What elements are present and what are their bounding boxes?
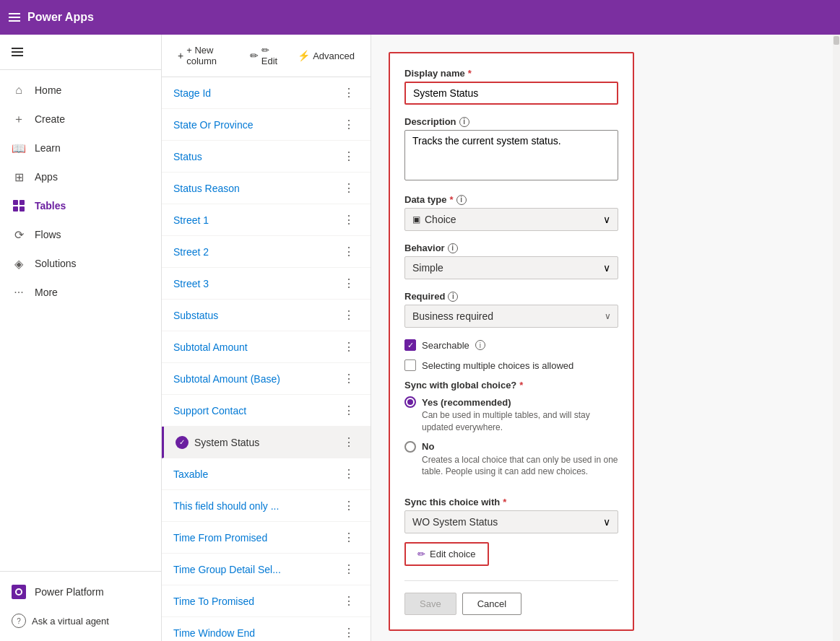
- behavior-label: Behavior i: [404, 243, 618, 253]
- list-item[interactable]: Support Contact ⋮: [162, 395, 371, 427]
- create-icon: ＋: [12, 112, 26, 126]
- table-panel: + + New column ✏ ✏ Edit ⚡ Advanced Stage…: [162, 35, 371, 641]
- radio-no[interactable]: [404, 441, 416, 453]
- searchable-checkbox[interactable]: [404, 339, 416, 351]
- list-item[interactable]: Time To Promised ⋮: [162, 585, 371, 617]
- apps-grid-icon[interactable]: [9, 13, 20, 22]
- item-more-icon[interactable]: ⋮: [339, 84, 359, 101]
- hamburger-button[interactable]: [0, 40, 161, 64]
- svg-rect-2: [13, 206, 18, 212]
- list-item[interactable]: State Or Province ⋮: [162, 109, 371, 141]
- edit-button[interactable]: ✏ ✏ Edit: [246, 42, 285, 69]
- sidebar-item-solutions[interactable]: ◈ Solutions: [0, 249, 161, 278]
- list-item[interactable]: This field should only ... ⋮: [162, 490, 371, 522]
- list-item[interactable]: Status ⋮: [162, 141, 371, 173]
- item-more-icon[interactable]: ⋮: [339, 243, 359, 260]
- svg-rect-1: [20, 200, 25, 205]
- required-label: Required i: [404, 291, 618, 302]
- item-more-icon[interactable]: ⋮: [339, 370, 359, 387]
- sidebar-item-label-create: Create: [35, 113, 65, 125]
- item-more-icon[interactable]: ⋮: [339, 180, 359, 196]
- learn-icon: 📖: [12, 141, 26, 155]
- data-type-label: Data type * i: [404, 194, 618, 205]
- item-more-icon[interactable]: ⋮: [339, 593, 359, 609]
- sync-global-title: Sync with global choice? *: [404, 380, 618, 391]
- item-more-icon[interactable]: ⋮: [339, 307, 359, 323]
- sidebar-item-learn[interactable]: 📖 Learn: [0, 134, 161, 162]
- item-name: Stage Id: [173, 87, 211, 99]
- item-more-icon[interactable]: ⋮: [339, 529, 359, 546]
- display-name-label: Display name *: [404, 68, 618, 79]
- list-item[interactable]: Time From Promised ⋮: [162, 522, 371, 554]
- description-textarea[interactable]: Tracks the current system status.: [404, 130, 618, 180]
- item-more-icon[interactable]: ⋮: [339, 116, 359, 133]
- list-item[interactable]: Time Window End ⋮: [162, 617, 371, 641]
- sidebar-item-tables[interactable]: Tables: [0, 191, 161, 220]
- chevron-down-icon: ∨: [603, 262, 610, 274]
- item-name: Time Group Detail Sel...: [173, 564, 281, 575]
- item-more-icon[interactable]: ⋮: [339, 402, 359, 419]
- required-select[interactable]: Business required Optional System requir…: [404, 305, 618, 328]
- item-name: Street 2: [173, 246, 209, 258]
- item-name: Street 3: [173, 278, 209, 289]
- list-item[interactable]: Substatus ⋮: [162, 300, 371, 331]
- item-more-icon[interactable]: ⋮: [339, 148, 359, 165]
- ask-virtual-agent-button[interactable]: ? Ask a virtual agent: [0, 606, 161, 635]
- sidebar-item-label-flows: Flows: [35, 229, 61, 240]
- edit-choice-button[interactable]: ✏ Edit choice: [404, 542, 489, 566]
- radio-option-no: No Creates a local choice that can only …: [404, 441, 618, 479]
- multiple-choices-checkbox[interactable]: [404, 359, 416, 371]
- list-item[interactable]: Status Reason ⋮: [162, 173, 371, 204]
- table-list: Stage Id ⋮ State Or Province ⋮ Status ⋮ …: [162, 77, 371, 641]
- scrollbar-thumb-top[interactable]: [833, 36, 839, 45]
- description-info-icon[interactable]: i: [459, 117, 469, 127]
- sidebar-item-label-pp: Power Platform: [35, 586, 104, 598]
- data-type-value: Choice: [425, 214, 456, 225]
- item-name-selected: System Status: [194, 437, 259, 448]
- edit-icon: ✏: [250, 50, 259, 61]
- item-more-icon[interactable]: ⋮: [339, 339, 359, 355]
- item-more-icon[interactable]: ⋮: [339, 275, 359, 292]
- item-more-icon[interactable]: ⋮: [339, 624, 359, 641]
- list-item[interactable]: Street 3 ⋮: [162, 268, 371, 300]
- list-item[interactable]: Subtotal Amount (Base) ⋮: [162, 363, 371, 395]
- sidebar-item-flows[interactable]: ⟳ Flows: [0, 220, 161, 249]
- item-more-icon[interactable]: ⋮: [339, 212, 359, 228]
- multiple-choices-row: Selecting multiple choices is allowed: [404, 359, 618, 371]
- sidebar-item-more[interactable]: ··· More: [0, 278, 161, 307]
- searchable-info-icon[interactable]: i: [475, 340, 485, 350]
- description-group: Description i Tracks the current system …: [404, 116, 618, 183]
- scrollbar[interactable]: [833, 35, 840, 641]
- item-more-icon[interactable]: ⋮: [339, 434, 359, 450]
- list-item[interactable]: Time Group Detail Sel... ⋮: [162, 554, 371, 585]
- sidebar-item-apps[interactable]: ⊞ Apps: [0, 162, 161, 191]
- list-item[interactable]: Stage Id ⋮: [162, 77, 371, 109]
- sidebar-item-home[interactable]: ⌂ Home: [0, 76, 161, 105]
- content-area: + + New column ✏ ✏ Edit ⚡ Advanced Stage…: [162, 35, 840, 641]
- sidebar-item-create[interactable]: ＋ Create: [0, 105, 161, 134]
- data-type-info-icon[interactable]: i: [456, 195, 467, 205]
- cancel-button[interactable]: Cancel: [462, 593, 521, 615]
- sidebar-item-power-platform[interactable]: Power Platform: [0, 577, 161, 606]
- advanced-button[interactable]: ⚡ Advanced: [293, 47, 359, 64]
- sidebar-item-label-apps: Apps: [35, 171, 58, 183]
- required-info-icon[interactable]: i: [448, 292, 458, 302]
- new-column-button[interactable]: + + New column: [173, 42, 237, 69]
- radio-yes[interactable]: [404, 396, 416, 408]
- searchable-row: Searchable i: [404, 339, 618, 351]
- sync-with-select[interactable]: WO System Status ∨: [404, 510, 618, 533]
- list-item[interactable]: Taxable ⋮: [162, 458, 371, 490]
- list-item[interactable]: Street 2 ⋮: [162, 236, 371, 268]
- save-button[interactable]: Save: [404, 593, 456, 615]
- item-more-icon[interactable]: ⋮: [339, 497, 359, 514]
- data-type-select[interactable]: ▣ Choice ∨: [404, 208, 618, 231]
- list-item[interactable]: Subtotal Amount ⋮: [162, 331, 371, 363]
- behavior-select[interactable]: Simple ∨: [404, 256, 618, 279]
- list-item[interactable]: Street 1 ⋮: [162, 204, 371, 236]
- list-item-system-status[interactable]: ✓ System Status ⋮: [162, 427, 371, 458]
- behavior-group: Behavior i Simple ∨: [404, 243, 618, 279]
- item-more-icon[interactable]: ⋮: [339, 561, 359, 577]
- display-name-input[interactable]: [404, 82, 618, 105]
- item-more-icon[interactable]: ⋮: [339, 466, 359, 482]
- behavior-info-icon[interactable]: i: [448, 243, 458, 253]
